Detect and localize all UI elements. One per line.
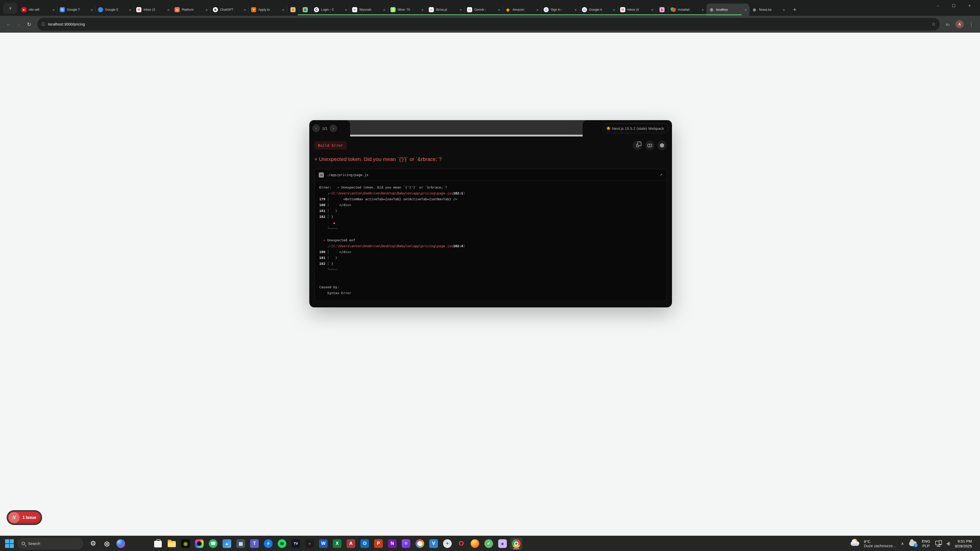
reload-button[interactable]: ↻ <box>24 19 34 29</box>
tab-close-icon[interactable]: × <box>129 8 131 12</box>
vscode-taskbar-icon[interactable]: V <box>428 538 439 549</box>
photos-taskbar-icon[interactable]: ▲ <box>221 538 233 549</box>
tab-close-icon[interactable]: × <box>460 8 462 12</box>
browser-tab[interactable]: B <box>299 3 311 16</box>
whatsapp-taskbar-icon[interactable]: ☎ <box>207 538 219 549</box>
browser-tab[interactable]: IPWyszuki× <box>350 3 388 16</box>
tab-close-icon[interactable]: × <box>345 8 347 12</box>
tab-close-icon[interactable]: × <box>383 8 385 12</box>
outlook-taskbar-icon[interactable]: O <box>359 538 371 549</box>
tab-close-icon[interactable]: × <box>244 8 246 12</box>
access-taskbar-icon[interactable]: A <box>345 538 357 549</box>
messenger-taskbar-icon[interactable]: ⚡ <box>262 538 274 549</box>
tab-close-icon[interactable]: × <box>613 8 615 12</box>
recorder-taskbar-icon[interactable]: ● <box>304 538 315 549</box>
nextjs-version-pill[interactable]: Next.js 15.5.2 (stale) Webpack <box>603 124 668 133</box>
close-window-button[interactable]: × <box>962 0 977 11</box>
tab-close-icon[interactable]: × <box>282 8 284 12</box>
adguard-taskbar-icon[interactable]: ✓ <box>483 538 495 549</box>
teams-taskbar-icon[interactable]: T <box>248 538 260 549</box>
browser-tab[interactable]: CLogin - C× <box>311 3 350 16</box>
browser-tab[interactable]: IFICennik -× <box>465 3 503 16</box>
tab-close-icon[interactable]: × <box>52 8 55 12</box>
open-in-editor-button[interactable]: ↗ <box>659 173 662 177</box>
forward-button[interactable]: → <box>14 19 24 29</box>
minimize-window-button[interactable]: – <box>930 0 946 11</box>
browser-tab[interactable]: 7Wise: Th× <box>388 3 426 16</box>
address-bar[interactable]: ⓘ localhost:3000/pricing ☆ <box>37 18 940 30</box>
onenote-taskbar-icon[interactable]: N <box>387 538 398 549</box>
tab-close-icon[interactable]: × <box>783 8 785 12</box>
new-tab-button[interactable]: + <box>790 5 800 15</box>
purple-app-taskbar-icon[interactable]: ◆ <box>496 538 508 549</box>
language-switcher[interactable]: ENG PLP <box>922 539 930 548</box>
browser-tab[interactable]: MInbox (3× <box>134 3 172 16</box>
volume-icon[interactable]: ◂)) <box>947 541 950 546</box>
tray-overflow-button[interactable]: ∧ <box>901 541 904 546</box>
browser-tab[interactable]: IFIifirma.pl× <box>426 3 465 16</box>
bookmark-star-icon[interactable]: ☆ <box>932 21 935 27</box>
browser-tab[interactable]: YApply to× <box>248 3 287 16</box>
media-hub-button[interactable]: ≡♪ <box>943 19 953 29</box>
docs-button[interactable] <box>645 141 655 150</box>
browser-tab[interactable]: Google E× <box>95 3 134 16</box>
maximize-window-button[interactable]: ▢ <box>946 0 962 11</box>
tab-close-icon[interactable]: × <box>745 8 747 12</box>
nvidia-taskbar-icon[interactable]: ◉ <box>180 538 191 549</box>
previous-error-button[interactable]: ‹ <box>312 124 320 132</box>
tab-close-icon[interactable]: × <box>422 8 424 12</box>
tradingview-taskbar-icon[interactable]: TV <box>290 538 302 549</box>
browser-tab[interactable]: GGoogle T× <box>57 3 95 16</box>
issue-pill[interactable]: N 1 Issue <box>8 511 41 524</box>
tab-search-button[interactable]: ∨ <box>3 3 18 14</box>
browser-tab[interactable]: ◉Nowa ka× <box>749 3 788 16</box>
browser-tab[interactable]: t <box>287 3 299 16</box>
onedrive-tray-icon[interactable] <box>909 541 917 546</box>
browser-tab[interactable]: ▶n8n will× <box>19 3 57 16</box>
tab-close-icon[interactable]: × <box>536 8 538 12</box>
microsoft-store-taskbar-icon[interactable] <box>152 538 164 549</box>
weather-widget[interactable]: 8°C Duże zachmurze... <box>850 539 896 548</box>
browser-tab[interactable]: b <box>656 3 668 16</box>
browser-menu-button[interactable]: ⋮ <box>966 19 977 29</box>
browser-tab[interactable]: Installati× <box>668 3 706 16</box>
icue-taskbar-icon[interactable] <box>193 538 205 549</box>
nextjs-dev-indicator[interactable]: N 1 Issue <box>6 510 42 525</box>
tab-close-icon[interactable]: × <box>91 8 93 12</box>
clipchamp-taskbar-icon[interactable]: ≡ <box>400 538 412 549</box>
browser-tab[interactable]: GSign in -× <box>541 3 579 16</box>
next-error-button[interactable]: › <box>329 124 337 132</box>
tab-close-icon[interactable]: × <box>574 8 577 12</box>
opera-taskbar-icon[interactable]: O <box>455 538 467 549</box>
browser-tab-active[interactable]: ⊕localhos× <box>706 3 749 16</box>
browser-tab[interactable]: ◆Amazon× <box>503 3 541 16</box>
profile-avatar[interactable]: A <box>956 20 964 28</box>
nodejs-inspect-button[interactable] <box>657 141 667 150</box>
site-info-icon[interactable]: ⓘ <box>41 22 45 27</box>
tab-close-icon[interactable]: × <box>651 8 653 12</box>
tab-close-icon[interactable]: × <box>702 8 704 12</box>
chrome-taskbar-icon[interactable] <box>511 538 522 549</box>
network-icon[interactable] <box>935 541 942 545</box>
browser-tab[interactable]: GGoogle A× <box>579 3 617 16</box>
taskbar-search[interactable]: Search <box>18 538 83 549</box>
settings-taskbar-icon[interactable]: ⚙ <box>87 538 99 549</box>
word-taskbar-icon[interactable]: W <box>318 538 329 549</box>
back-button[interactable]: ← <box>3 19 14 29</box>
excel-taskbar-icon[interactable]: X <box>331 538 343 549</box>
steelseries-gg-taskbar-icon[interactable]: ◎ <box>101 538 113 549</box>
browser-tab[interactable]: MInbox (4× <box>617 3 656 16</box>
browser-tab[interactable]: ✳ChatGPT× <box>210 3 248 16</box>
start-button[interactable] <box>3 538 15 549</box>
tab-close-icon[interactable]: × <box>205 8 208 12</box>
paint-taskbar-icon[interactable] <box>414 538 426 549</box>
tab-close-icon[interactable]: × <box>167 8 169 12</box>
copilot-taskbar-icon[interactable] <box>115 538 127 549</box>
calculator-taskbar-icon[interactable]: ▦ <box>235 538 247 549</box>
file-explorer-taskbar-icon[interactable] <box>166 538 178 549</box>
browser-tab[interactable]: ▭Platform× <box>172 3 210 16</box>
password-manager-taskbar-icon[interactable]: ✦ <box>442 538 453 549</box>
spotify-taskbar-icon[interactable]: ≋ <box>276 538 288 549</box>
copy-error-button[interactable] <box>633 141 642 150</box>
firefox-taskbar-icon[interactable] <box>469 538 481 549</box>
